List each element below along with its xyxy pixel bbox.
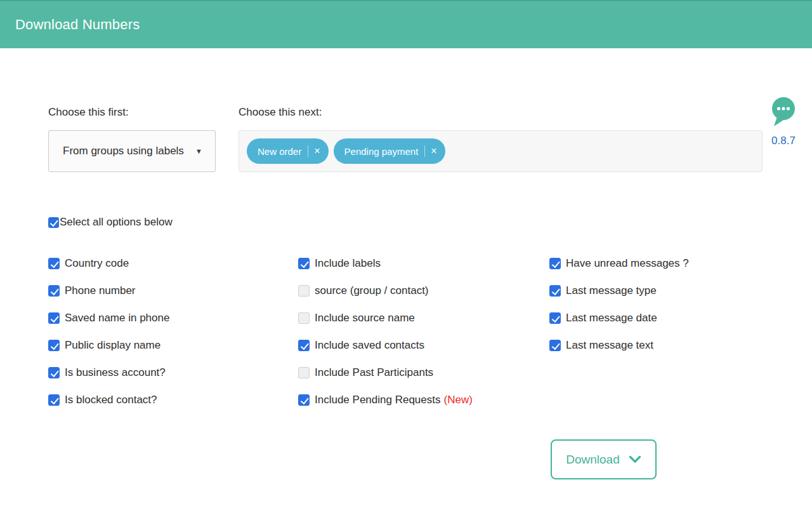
choose-first-label: Choose this first: xyxy=(48,105,129,119)
option-label: Public display name xyxy=(65,339,160,352)
tag-divider xyxy=(308,145,308,157)
options-column-identity: Country code Phone number Saved name in … xyxy=(48,257,169,421)
source-mode-select[interactable]: From groups using labels ▼ xyxy=(48,130,216,172)
label-tag: Pending payment × xyxy=(334,138,445,164)
option-checkbox[interactable] xyxy=(298,394,310,406)
download-button[interactable]: Download xyxy=(551,439,657,479)
options-column-include: Include labels source (group / contact) … xyxy=(298,257,473,421)
download-button-label: Download xyxy=(566,453,620,467)
checkbox-option[interactable]: Include Pending Requests (New) xyxy=(298,394,473,406)
checkbox-option[interactable]: Saved name in phone xyxy=(48,312,169,324)
checkbox-option[interactable]: Is business account? xyxy=(48,366,169,379)
select-all-checkbox[interactable] xyxy=(48,217,59,228)
option-checkbox[interactable] xyxy=(48,394,60,406)
checkbox-option[interactable]: Country code xyxy=(48,257,169,270)
checkbox-option[interactable]: Include Past Participants xyxy=(298,366,473,379)
main-content: Choose this first: Choose this next: Fro… xyxy=(0,48,812,508)
remove-tag-button[interactable]: × xyxy=(431,146,436,156)
option-checkbox[interactable] xyxy=(48,312,60,324)
checkbox-option[interactable]: Public display name xyxy=(48,339,169,352)
checkbox-option[interactable]: Include saved contacts xyxy=(298,339,473,352)
header: Download Numbers xyxy=(0,0,812,48)
option-label: Include saved contacts xyxy=(315,339,424,352)
option-label: Have unread messages ? xyxy=(566,257,689,270)
checkbox-option[interactable]: Last message type xyxy=(549,284,689,297)
checkbox-option[interactable]: Include source name xyxy=(298,312,473,324)
option-checkbox[interactable] xyxy=(48,340,60,351)
option-label: Include Past Participants xyxy=(315,366,433,379)
chevron-down-icon xyxy=(629,455,641,464)
option-checkbox[interactable] xyxy=(48,258,60,269)
option-checkbox[interactable] xyxy=(549,312,561,324)
page-title: Download Numbers xyxy=(15,17,140,33)
option-label: source (group / contact) xyxy=(315,284,429,297)
option-label: Saved name in phone xyxy=(65,312,169,324)
label-tag-text: New order xyxy=(258,146,301,157)
option-checkbox[interactable] xyxy=(298,367,310,378)
option-label: Is blocked contact? xyxy=(65,394,157,406)
option-checkbox[interactable] xyxy=(298,340,310,351)
option-checkbox[interactable] xyxy=(549,340,561,351)
option-label: Phone number xyxy=(65,284,136,297)
option-label: Include Pending Requests xyxy=(315,394,440,406)
option-label: Include labels xyxy=(315,257,381,270)
version-label: 0.8.7 xyxy=(771,135,796,147)
option-checkbox[interactable] xyxy=(298,258,310,269)
options-column-messages: Have unread messages ? Last message type… xyxy=(549,257,689,366)
option-checkbox[interactable] xyxy=(48,285,60,297)
select-all-option[interactable]: Select all options below xyxy=(48,216,173,229)
checkbox-option[interactable]: Have unread messages ? xyxy=(549,257,689,270)
option-checkbox[interactable] xyxy=(549,285,561,297)
chat-bubble-icon[interactable] xyxy=(771,97,796,127)
choose-next-label: Choose this next: xyxy=(239,105,322,119)
checkbox-option[interactable]: Is blocked contact? xyxy=(48,394,169,406)
option-label: Country code xyxy=(65,257,129,270)
option-label: Last message text xyxy=(566,339,653,352)
tag-divider xyxy=(424,145,425,157)
dropdown-arrow-icon: ▼ xyxy=(195,147,202,155)
option-checkbox[interactable] xyxy=(298,312,310,324)
new-badge: (New) xyxy=(443,394,472,406)
checkbox-option[interactable]: Last message text xyxy=(549,339,689,352)
checkbox-option[interactable]: Include labels xyxy=(298,257,473,270)
checkbox-option[interactable]: Last message date xyxy=(549,312,689,324)
option-label: Include source name xyxy=(315,312,415,324)
option-label: Last message date xyxy=(566,312,657,324)
labels-multiselect-input[interactable]: New order × Pending payment × xyxy=(239,130,763,172)
remove-tag-button[interactable]: × xyxy=(314,146,320,156)
label-tag: New order × xyxy=(247,138,329,164)
select-all-label: Select all options below xyxy=(60,216,173,229)
option-checkbox[interactable] xyxy=(48,367,60,378)
option-label: Last message type xyxy=(566,284,657,297)
option-checkbox[interactable] xyxy=(298,285,310,297)
extension-widget: 0.8.7 xyxy=(766,97,801,147)
checkbox-option[interactable]: source (group / contact) xyxy=(298,284,473,297)
option-checkbox[interactable] xyxy=(549,258,561,269)
checkbox-option[interactable]: Phone number xyxy=(48,284,169,297)
option-label: Is business account? xyxy=(65,366,166,379)
label-tag-text: Pending payment xyxy=(344,146,419,157)
source-mode-selected-value: From groups using labels xyxy=(63,145,190,157)
